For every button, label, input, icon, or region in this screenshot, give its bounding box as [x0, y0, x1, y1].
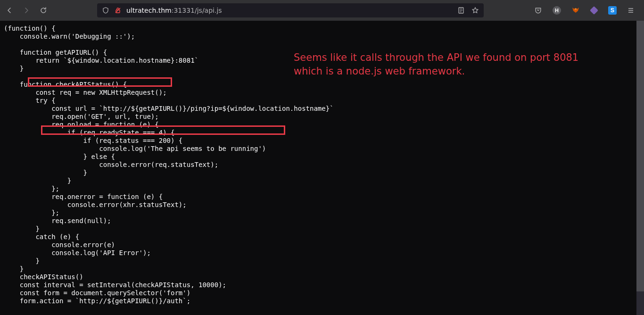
url-port: :31331 — [172, 7, 195, 14]
toolbar-right: H S — [534, 6, 638, 15]
scrollbar[interactable] — [636, 21, 644, 315]
url-actions — [457, 7, 479, 14]
url-text: ultratech.thm:31331/js/api.js — [126, 7, 222, 14]
extension-foxyproxy-icon[interactable] — [571, 6, 580, 15]
url-domain: ultratech.thm — [126, 7, 172, 14]
bookmark-star-icon[interactable] — [471, 7, 479, 14]
annotation-text: Seems like it calls through the API we f… — [294, 51, 605, 79]
forward-button[interactable] — [23, 7, 30, 14]
extension-s-icon[interactable]: S — [608, 6, 617, 15]
extension-purple-icon[interactable] — [590, 7, 598, 14]
reader-mode-icon[interactable] — [457, 7, 465, 14]
menu-icon[interactable] — [627, 7, 635, 14]
page-content: (function() { console.warn('Debugging ::… — [0, 21, 644, 315]
lock-icon[interactable] — [114, 7, 122, 14]
shield-icon[interactable] — [102, 7, 109, 14]
nav-buttons — [6, 7, 47, 14]
browser-toolbar: ultratech.thm:31331/js/api.js H S — [0, 0, 644, 21]
scrollbar-thumb[interactable] — [636, 21, 644, 291]
extension-h-icon[interactable]: H — [553, 6, 561, 15]
back-button[interactable] — [6, 7, 13, 14]
url-bar[interactable]: ultratech.thm:31331/js/api.js — [97, 3, 484, 17]
url-path: /js/api.js — [195, 7, 222, 14]
pocket-icon[interactable] — [534, 7, 542, 15]
reload-button[interactable] — [40, 7, 47, 14]
